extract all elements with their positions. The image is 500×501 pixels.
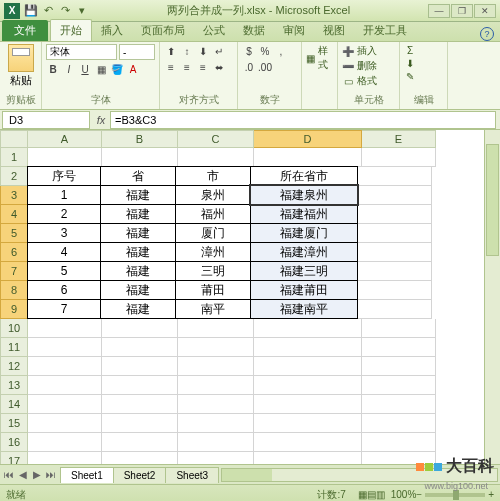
cell-A15[interactable] — [28, 414, 102, 433]
cell-A16[interactable] — [28, 433, 102, 452]
cell-D10[interactable] — [254, 319, 362, 338]
maximize-button[interactable]: ❐ — [451, 4, 473, 18]
cell-B4[interactable]: 福建 — [100, 204, 176, 224]
row-header-3[interactable]: 3 — [0, 186, 28, 205]
cell-C9[interactable]: 南平 — [175, 299, 251, 319]
cell-C3[interactable]: 泉州 — [175, 185, 251, 205]
italic-button[interactable]: I — [62, 62, 76, 76]
fill-color-button[interactable]: 🪣 — [110, 62, 124, 76]
row-header-9[interactable]: 9 — [0, 300, 28, 319]
save-icon[interactable]: 💾 — [24, 4, 38, 18]
font-color-button[interactable]: A — [126, 62, 140, 76]
sheet-tab-1[interactable]: Sheet1 — [60, 467, 114, 483]
align-right-icon[interactable]: ≡ — [196, 60, 210, 74]
select-all-corner[interactable] — [0, 130, 28, 148]
cell-E14[interactable] — [362, 395, 436, 414]
delete-cells-button[interactable]: ➖删除 — [342, 59, 395, 73]
cell-D17[interactable] — [254, 452, 362, 464]
cell-B8[interactable]: 福建 — [100, 280, 176, 300]
column-header-E[interactable]: E — [362, 130, 436, 148]
cell-B13[interactable] — [102, 376, 178, 395]
tab-review[interactable]: 审阅 — [274, 20, 314, 41]
row-header-16[interactable]: 16 — [0, 433, 28, 452]
view-normal-icon[interactable]: ▦ — [358, 489, 367, 500]
cell-E7[interactable] — [358, 262, 432, 281]
column-header-B[interactable]: B — [102, 130, 178, 148]
cell-C15[interactable] — [178, 414, 254, 433]
comma-icon[interactable]: , — [274, 44, 288, 58]
cell-C10[interactable] — [178, 319, 254, 338]
dec-decimal-icon[interactable]: .00 — [258, 60, 272, 74]
cell-E1[interactable] — [362, 148, 436, 167]
row-header-5[interactable]: 5 — [0, 224, 28, 243]
cell-D9[interactable]: 福建南平 — [250, 299, 358, 319]
cell-A5[interactable]: 3 — [27, 223, 101, 243]
cell-D8[interactable]: 福建莆田 — [250, 280, 358, 300]
last-sheet-icon[interactable]: ⏭ — [44, 469, 58, 480]
column-header-D[interactable]: D — [254, 130, 362, 148]
cell-C11[interactable] — [178, 338, 254, 357]
font-name-select[interactable]: 宋体 — [46, 44, 117, 60]
sheet-tab-3[interactable]: Sheet3 — [165, 467, 219, 483]
cell-B2[interactable]: 省 — [100, 166, 176, 186]
percent-icon[interactable]: % — [258, 44, 272, 58]
cell-D4[interactable]: 福建福州 — [250, 204, 358, 224]
close-button[interactable]: ✕ — [474, 4, 496, 18]
cell-B7[interactable]: 福建 — [100, 261, 176, 281]
cell-D3[interactable]: 福建泉州 — [250, 185, 358, 205]
row-header-10[interactable]: 10 — [0, 319, 28, 338]
autosum-button[interactable]: Σ — [404, 44, 443, 56]
zoom-in-icon[interactable]: + — [488, 489, 494, 500]
cell-E4[interactable] — [358, 205, 432, 224]
cell-C5[interactable]: 厦门 — [175, 223, 251, 243]
cell-D11[interactable] — [254, 338, 362, 357]
cell-C16[interactable] — [178, 433, 254, 452]
prev-sheet-icon[interactable]: ◀ — [16, 469, 30, 480]
cell-D6[interactable]: 福建漳州 — [250, 242, 358, 262]
sheet-tab-2[interactable]: Sheet2 — [113, 467, 167, 483]
paste-button[interactable]: 粘贴 — [4, 44, 37, 88]
cell-C2[interactable]: 市 — [175, 166, 251, 186]
cell-A4[interactable]: 2 — [27, 204, 101, 224]
help-icon[interactable]: ? — [480, 27, 494, 41]
cell-E5[interactable] — [358, 224, 432, 243]
cell-D15[interactable] — [254, 414, 362, 433]
vertical-scrollbar[interactable] — [484, 130, 500, 464]
border-button[interactable]: ▦ — [94, 62, 108, 76]
row-header-15[interactable]: 15 — [0, 414, 28, 433]
cell-E10[interactable] — [362, 319, 436, 338]
cell-D1[interactable] — [254, 148, 362, 167]
row-header-13[interactable]: 13 — [0, 376, 28, 395]
cell-C14[interactable] — [178, 395, 254, 414]
tab-file[interactable]: 文件 — [2, 20, 48, 41]
cell-A1[interactable] — [28, 148, 102, 167]
row-header-1[interactable]: 1 — [0, 148, 28, 167]
row-header-8[interactable]: 8 — [0, 281, 28, 300]
row-header-6[interactable]: 6 — [0, 243, 28, 262]
cell-E11[interactable] — [362, 338, 436, 357]
cell-D7[interactable]: 福建三明 — [250, 261, 358, 281]
undo-icon[interactable]: ↶ — [41, 4, 55, 18]
cell-A12[interactable] — [28, 357, 102, 376]
tab-layout[interactable]: 页面布局 — [132, 20, 194, 41]
cell-B9[interactable]: 福建 — [100, 299, 176, 319]
cell-B10[interactable] — [102, 319, 178, 338]
view-pagebreak-icon[interactable]: ▥ — [376, 489, 385, 500]
cell-B12[interactable] — [102, 357, 178, 376]
align-middle-icon[interactable]: ↕ — [180, 44, 194, 58]
cell-D2[interactable]: 所在省市 — [250, 166, 358, 186]
cell-B11[interactable] — [102, 338, 178, 357]
cell-C8[interactable]: 莆田 — [175, 280, 251, 300]
cell-E16[interactable] — [362, 433, 436, 452]
cell-B1[interactable] — [102, 148, 178, 167]
cell-A9[interactable]: 7 — [27, 299, 101, 319]
cell-B3[interactable]: 福建 — [100, 185, 176, 205]
cell-E12[interactable] — [362, 357, 436, 376]
cell-A6[interactable]: 4 — [27, 242, 101, 262]
format-cells-button[interactable]: ▭格式 — [342, 74, 395, 88]
qat-dropdown-icon[interactable]: ▾ — [75, 4, 89, 18]
tab-home[interactable]: 开始 — [50, 19, 92, 41]
cell-C6[interactable]: 漳州 — [175, 242, 251, 262]
name-box[interactable]: D3 — [2, 111, 90, 129]
cell-C17[interactable] — [178, 452, 254, 464]
